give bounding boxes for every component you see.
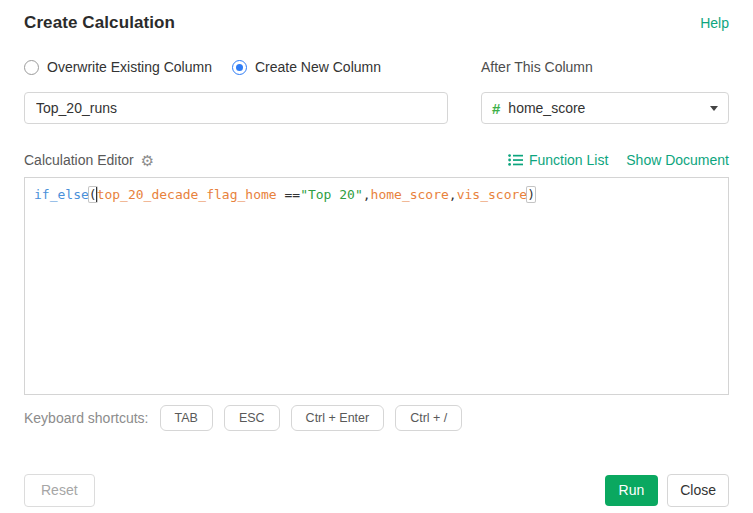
radio-unselected-icon[interactable] [24,60,39,75]
dialog-header: Create Calculation Help [24,13,729,33]
help-link[interactable]: Help [700,15,729,31]
radio-label: Create New Column [255,59,381,75]
page-title: Create Calculation [24,13,175,33]
new-column-name-input[interactable] [24,92,448,124]
run-button[interactable]: Run [605,475,659,506]
after-this-column-label: After This Column [481,59,593,75]
code-token: home_score [371,187,449,202]
code-token: , [449,187,457,202]
radio-overwrite-existing-column[interactable]: Overwrite Existing Column [24,59,212,75]
code-line: if_else(top_20_decade_flag_home =="Top 2… [34,186,719,204]
calculation-editor-label: Calculation Editor [24,152,134,168]
shortcut-key-ctrl-slash: Ctrl + / [395,405,462,431]
show-document-link[interactable]: Show Document [626,152,729,168]
reset-button[interactable]: Reset [24,474,95,507]
code-token: if_else [34,187,89,202]
numeric-column-icon: # [492,100,500,117]
code-token: top_20_decade_flag_home [97,187,277,202]
code-token: , [363,187,371,202]
column-mode-radio-group: Overwrite Existing Column Create New Col… [24,59,381,75]
function-list-link[interactable]: Function List [508,152,608,168]
calculation-editor-textarea[interactable]: if_else(top_20_decade_flag_home =="Top 2… [24,177,729,395]
function-list-label: Function List [529,152,608,168]
radio-selected-icon[interactable] [232,60,247,75]
code-token: == [277,187,300,202]
radio-label: Overwrite Existing Column [47,59,212,75]
shortcut-key-tab: TAB [160,405,213,431]
code-token: ) [527,187,535,202]
chevron-down-icon [710,106,718,111]
dialog-footer: Reset Run Close [24,474,729,507]
keyboard-shortcuts-row: Keyboard shortcuts: TAB ESC Ctrl + Enter… [24,405,729,431]
code-token: "Top 20" [300,187,363,202]
selected-column-value: home_score [508,100,710,116]
keyboard-shortcuts-label: Keyboard shortcuts: [24,410,149,426]
gear-icon[interactable]: ⚙ [141,153,154,168]
radio-create-new-column[interactable]: Create New Column [232,59,381,75]
shortcut-key-ctrl-enter: Ctrl + Enter [291,405,385,431]
close-button[interactable]: Close [667,474,729,507]
after-column-select[interactable]: # home_score [481,92,729,124]
code-token: vis_score [457,187,527,202]
list-icon [508,154,523,166]
shortcut-key-esc: ESC [224,405,280,431]
